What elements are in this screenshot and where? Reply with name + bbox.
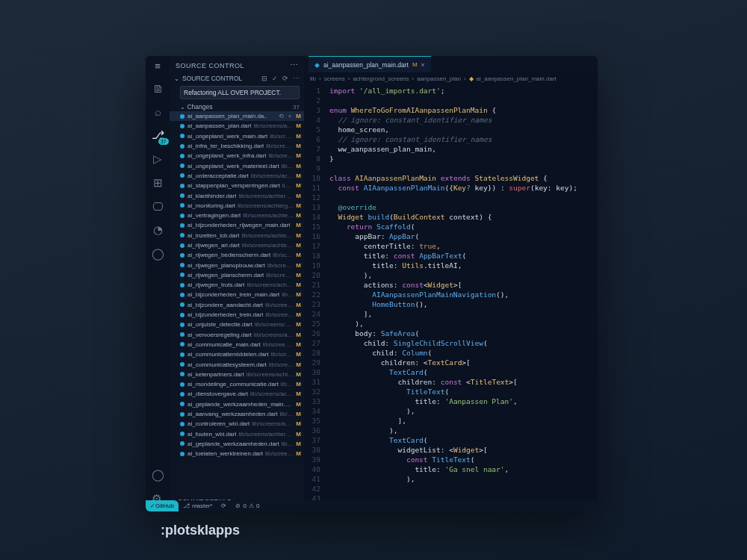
account-icon[interactable]: ◯ [152,468,164,482]
search-icon[interactable]: ⌕ [155,105,161,118]
changed-file-row[interactable]: ai_monitoring.dartlib/screens/achtergr..… [170,201,304,211]
file-dot-icon [180,332,185,337]
scm-provider-header[interactable]: ⌄ SOURCE CONTROL ⊟ ✓ ⟳ ⋯ [170,73,304,84]
github-status[interactable]: ✓ GitHub [146,500,179,511]
changed-file-row[interactable]: ai_rijwegen_trots.dartlib/screens/achter… [170,280,304,290]
sidebar: SOURCE CONTROL ⋯ ⌄ SOURCE CONTROL ⊟ ✓ ⟳ … [170,56,304,511]
commit-message-input[interactable]: Refactoring ALL OVER PROJECT. [180,86,300,99]
editor-tab[interactable]: ◆ ai_aanpassen_plan_main.dart M × [309,56,431,72]
more-icon[interactable]: ⋯ [290,60,299,70]
changed-file-row[interactable]: ai_rijwegen_ari.dartlib/screens/achterg.… [170,240,304,250]
sync-status[interactable]: ⟳ [217,503,231,509]
changed-file-row[interactable]: ai_ongepland_werk_main.dartlib/scree...M [170,131,304,141]
view-tree-icon[interactable]: ⊟ [261,75,267,82]
changed-file-row[interactable]: ai_communicatiesysteem.dartlib/scree...M [170,359,304,369]
changed-file-row[interactable]: ai_orderacceptatie.dartlib/screens/ach..… [170,171,304,181]
file-dot-icon [180,302,185,307]
file-dot-icon [180,233,185,237]
explorer-icon[interactable]: 🗎 [152,82,164,95]
changed-file-row[interactable]: ai_toelaten_werktreinen.dartlib/screen..… [170,449,304,458]
changed-file-row[interactable]: ai_bijzonderheden_rijwegen_main.dartM [170,220,304,230]
file-dot-icon [180,323,185,327]
changed-file-row[interactable]: ai_klanthinder.dartlib/screens/achtergr.… [170,190,304,200]
code-editor[interactable]: 1234567891011121314151617181920212223242… [304,84,598,511]
branch-status[interactable]: ⎇ master* [179,503,217,509]
changed-file-row[interactable]: ai_ongepland_werk_infra.dartlib/scree...… [170,151,304,161]
changed-file-row[interactable]: ai_bijzonderheden_trein.dartlib/screen..… [170,310,304,320]
changed-file-row[interactable]: ai_ketenpartners.dartlib/screens/achter.… [170,370,304,379]
file-dot-icon [180,164,185,168]
activity-bar: ≡ 🗎 ⌕ ⎇37 ▷ ⊞ 🖵 ◔ ◯ ◯ ⚙ [146,56,170,511]
timeline-icon[interactable]: ◔ [153,223,163,237]
changed-file-row[interactable]: ai_geplande_werkzaamheden_main.da..M [170,399,304,409]
source-control-icon[interactable]: ⎇37 [152,128,164,142]
changed-file-row[interactable]: ai_stappenplan_versperringen.dartlib/...… [170,181,304,190]
file-dot-icon [180,114,185,119]
changed-file-row[interactable]: ai_controleren_wbi.dartlib/screens/ach..… [170,419,304,429]
changed-file-row[interactable]: ai_geplande_werkzaamheden.dartlib/...M [170,439,304,449]
changed-file-row[interactable]: ai_bijzondere_aandacht.dartlib/screen...… [170,300,304,310]
file-dot-icon [180,452,185,456]
file-dot-icon [180,223,185,228]
file-dot-icon [180,144,185,149]
menu-icon[interactable]: ≡ [155,60,161,72]
caption: :plotsklapps [161,523,240,538]
file-dot-icon [180,173,185,178]
file-dot-icon [180,441,185,446]
file-dot-icon [180,273,185,277]
file-dot-icon [180,313,185,317]
refresh-icon[interactable]: ⟳ [282,75,288,82]
file-dot-icon [180,193,185,198]
file-dot-icon [180,422,185,426]
more-actions-icon[interactable]: ⋯ [293,75,300,82]
file-dot-icon [180,402,185,406]
close-tab-icon[interactable]: × [421,61,425,69]
file-dot-icon [180,263,185,267]
github-icon[interactable]: ◯ [152,247,164,261]
line-gutter: 1234567891011121314151617181920212223242… [304,84,325,511]
file-dot-icon [180,382,185,387]
changed-file-row[interactable]: ai_bijzonderheden_trein_main.dartlib/...… [170,290,304,299]
file-dot-icon [180,243,185,248]
file-dot-icon [180,412,185,417]
changed-file-row[interactable]: ai_rijwegen_planopbouw.dartlib/scree...M [170,260,304,270]
changes-header[interactable]: ⌄ Changes 37 [170,102,304,111]
changed-file-row[interactable]: ai_onjuiste_detectie.dartlib/screens/ac.… [170,320,304,329]
changed-file-row[interactable]: ai_dienstovergave.dartlib/screens/acht..… [170,389,304,399]
changed-file-row[interactable]: ai_aanvang_werkzaamheden.dartlib/s...M [170,409,304,419]
changed-file-row[interactable]: ai_rijwegen_planscherm.dartlib/screen...… [170,270,304,280]
file-dot-icon [180,203,185,208]
file-dot-icon [180,184,185,188]
file-dot-icon [180,293,185,297]
file-dot-icon [180,432,185,436]
changed-file-row[interactable]: ai_inzetten_icb.dartlib/screens/achterg.… [170,231,304,240]
changed-file-row[interactable]: ai_ongepland_werk_materieel.dartlib/...M [170,161,304,170]
changed-file-row[interactable]: ai_aanpassen_plan_main.da..⟲ ＋M [170,111,304,121]
debug-icon[interactable]: ▷ [153,152,162,166]
file-dot-icon [180,362,185,367]
commit-check-icon[interactable]: ✓ [272,75,278,82]
problems-status[interactable]: ⊘ 0 ⚠ 0 [231,503,264,509]
tab-bar: ◆ ai_aanpassen_plan_main.dart M × [304,56,598,72]
tab-filename: ai_aanpassen_plan_main.dart [323,61,409,69]
file-dot-icon [180,253,185,258]
changed-file-row[interactable]: ai_infra_ter_beschikking.dartlib/screen.… [170,141,304,151]
changed-file-row[interactable]: ai_vertragingen.dartlib/screens/achterg.… [170,211,304,220]
file-dot-icon [180,283,185,287]
changed-file-row[interactable]: ai_communicatie_main.dartlib/screens...M [170,340,304,349]
file-dot-icon [180,392,185,396]
extensions-icon[interactable]: ⊞ [153,176,163,190]
changed-file-row[interactable]: ai_mondelinge_communicatie.dartlib...M [170,379,304,389]
changed-file-row[interactable]: ai_aanpassen_plan.dartlib/screens/acht..… [170,121,304,131]
code-body[interactable]: import '/all_imports.dart'; enum WhereTo… [325,84,598,511]
file-dot-icon [180,342,185,346]
changed-file-row[interactable]: ai_vervoersregeling.dartlib/screens/ac..… [170,330,304,340]
file-dot-icon [180,214,185,218]
changed-files-list: ai_aanpassen_plan_main.da..⟲ ＋Mai_aanpas… [170,111,304,497]
changed-file-row[interactable]: ai_fouten_wbi.dartlib/screens/achtergro.… [170,429,304,439]
changed-file-row[interactable]: ai_rijwegen_bedienscherm.dartlib/sc...M [170,250,304,260]
remote-icon[interactable]: 🖵 [152,200,164,213]
breadcrumb[interactable]: lib › screens › achtergrond_screens › aa… [304,72,598,84]
changed-file-row[interactable]: ai_communicatiemiddelen.dartlib/scr...M [170,349,304,359]
status-bar: ✓ GitHub ⎇ master* ⟳ ⊘ 0 ⚠ 0 [146,500,598,511]
